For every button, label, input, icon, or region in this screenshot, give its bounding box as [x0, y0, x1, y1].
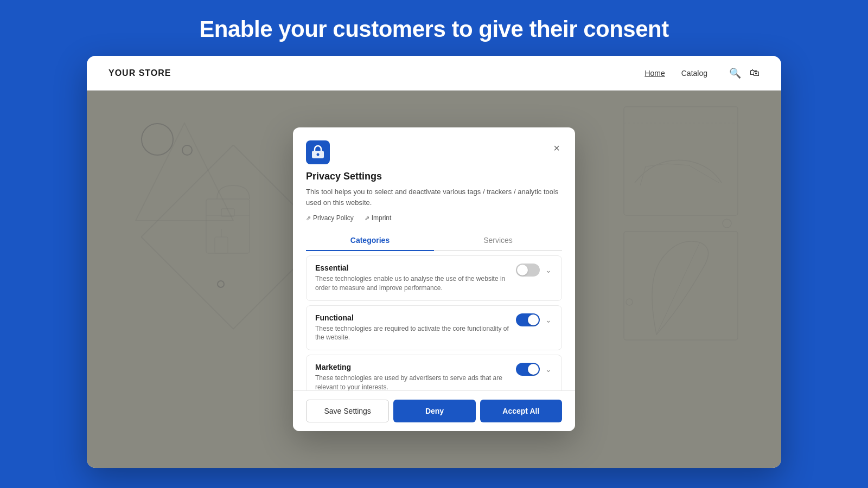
- category-marketing-info: Marketing These technologies are used by…: [315, 363, 509, 390]
- accept-all-button[interactable]: Accept All: [480, 400, 562, 422]
- marketing-controls: ⌄: [516, 363, 553, 376]
- store-content: In... ay Use ov... . Select: [87, 91, 781, 468]
- functional-expand-button[interactable]: ⌄: [544, 314, 553, 325]
- close-button[interactable]: ×: [551, 140, 562, 156]
- functional-name: Functional: [315, 313, 509, 322]
- imprint-link[interactable]: ⇗ Imprint: [365, 214, 392, 222]
- category-functional-info: Functional These technologies are requir…: [315, 313, 509, 343]
- svg-point-14: [317, 153, 320, 156]
- privacy-policy-link[interactable]: ⇗ Privacy Policy: [306, 214, 354, 222]
- modal-body: Privacy Settings This tool helps you to …: [293, 164, 575, 390]
- link-icon-privacy: ⇗: [306, 215, 311, 222]
- page-title: Enable your customers to give their cons…: [0, 16, 868, 42]
- modal-header: ×: [293, 127, 575, 164]
- essential-name: Essential: [315, 264, 509, 272]
- functional-toggle-knob: [528, 314, 539, 325]
- page-header: Enable your customers to give their cons…: [0, 0, 868, 56]
- category-marketing: Marketing These technologies are used by…: [306, 355, 562, 390]
- essential-toggle-knob: [517, 265, 528, 275]
- functional-desc: These technologies are required to activ…: [315, 324, 509, 343]
- nav-link-home[interactable]: Home: [644, 69, 665, 78]
- cart-icon[interactable]: 🛍: [750, 67, 760, 79]
- marketing-expand-button[interactable]: ⌄: [544, 364, 553, 375]
- category-essential: Essential These technologies enable us t…: [306, 255, 562, 301]
- brand-icon: [311, 145, 325, 159]
- essential-desc: These technologies enable us to analyse …: [315, 274, 509, 293]
- search-icon[interactable]: 🔍: [729, 67, 741, 79]
- save-settings-button[interactable]: Save Settings: [306, 400, 389, 422]
- essential-controls: ⌄: [516, 264, 553, 277]
- categories-list: Essential These technologies enable us t…: [306, 251, 562, 390]
- store-logo: YOUR STORE: [108, 68, 171, 78]
- store-nav: YOUR STORE Home Catalog 🔍 🛍: [87, 56, 781, 91]
- link-icon-imprint: ⇗: [365, 215, 369, 222]
- nav-link-catalog[interactable]: Catalog: [681, 69, 707, 78]
- category-essential-info: Essential These technologies enable us t…: [315, 264, 509, 293]
- modal-title: Privacy Settings: [306, 171, 562, 182]
- modal-logo-icon: [306, 140, 330, 164]
- modal-description: This tool helps you to select and deacti…: [306, 187, 562, 208]
- nav-icons: 🔍 🛍: [729, 67, 760, 79]
- essential-expand-button[interactable]: ⌄: [544, 265, 553, 275]
- modal-backdrop: × Privacy Settings This tool helps you t…: [87, 91, 781, 468]
- category-functional: Functional These technologies are requir…: [306, 305, 562, 351]
- nav-links: Home Catalog: [644, 69, 707, 78]
- privacy-modal: × Privacy Settings This tool helps you t…: [293, 127, 575, 431]
- marketing-name: Marketing: [315, 363, 509, 371]
- deny-button[interactable]: Deny: [393, 400, 475, 422]
- marketing-desc: These technologies are used by advertise…: [315, 374, 509, 390]
- modal-links: ⇗ Privacy Policy ⇗ Imprint: [306, 214, 562, 222]
- essential-toggle[interactable]: [516, 264, 540, 277]
- marketing-toggle[interactable]: [516, 363, 540, 376]
- tab-services[interactable]: Services: [434, 230, 562, 251]
- marketing-toggle-knob: [528, 364, 539, 375]
- modal-tabs: Categories Services: [306, 230, 562, 251]
- modal-footer: Save Settings Deny Accept All: [293, 390, 575, 431]
- browser-frame: YOUR STORE Home Catalog 🔍 🛍: [87, 56, 781, 468]
- functional-toggle[interactable]: [516, 313, 540, 326]
- functional-controls: ⌄: [516, 313, 553, 326]
- tab-categories[interactable]: Categories: [306, 230, 434, 251]
